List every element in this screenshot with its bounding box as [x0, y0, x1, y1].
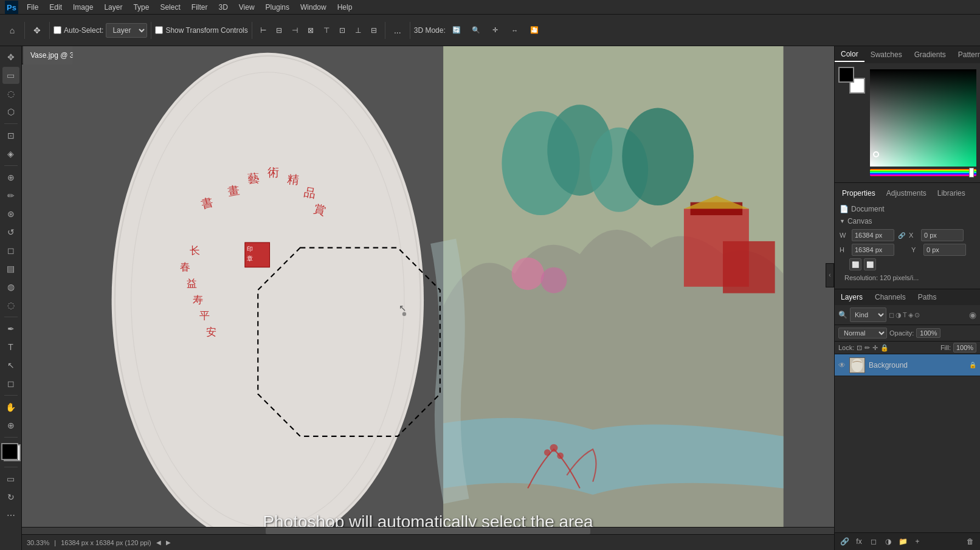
- 3d-btn-3[interactable]: ✛: [487, 22, 504, 39]
- hue-bar[interactable]: [870, 169, 976, 176]
- layer-item[interactable]: 👁 Background 🔒: [835, 354, 980, 376]
- more-btn[interactable]: ...: [389, 22, 406, 39]
- align-center-h-btn[interactable]: ⊟: [272, 23, 286, 38]
- eyedropper-tool[interactable]: ◈: [2, 145, 19, 162]
- canvas-nav-next[interactable]: ▶: [166, 539, 171, 546]
- type-tool[interactable]: T: [2, 339, 19, 356]
- auto-select-checkbox[interactable]: [53, 26, 61, 34]
- tab-color[interactable]: Color: [835, 47, 864, 62]
- 3d-btn-1[interactable]: 🔄: [448, 22, 465, 39]
- menu-window[interactable]: Window: [295, 2, 331, 13]
- shape-tool[interactable]: ◻: [2, 375, 19, 392]
- move-tool-btn[interactable]: ✥: [29, 22, 46, 39]
- move-tool[interactable]: ✥: [2, 49, 19, 66]
- transform-checkbox[interactable]: [155, 26, 163, 34]
- tab-libraries[interactable]: Libraries: [933, 187, 970, 199]
- pen-tool[interactable]: ✒: [2, 320, 19, 337]
- menu-file[interactable]: File: [22, 2, 43, 13]
- menu-3d[interactable]: 3D: [213, 2, 232, 13]
- layer-visibility-icon[interactable]: 👁: [838, 361, 846, 370]
- select-tool[interactable]: ▭: [2, 67, 19, 84]
- 3d-btn-2[interactable]: 🔍: [468, 22, 485, 39]
- align-spread-h-btn[interactable]: ⊠: [303, 23, 318, 38]
- 3d-btn-4[interactable]: ↔: [506, 22, 523, 39]
- tab-swatches[interactable]: Swatches: [864, 48, 908, 61]
- tab-paths[interactable]: Paths: [912, 290, 943, 304]
- lock-artboard-icon[interactable]: ✛: [872, 344, 878, 352]
- rotate-view-btn[interactable]: ↻: [2, 489, 19, 506]
- zoom-tool[interactable]: ⊕: [2, 417, 19, 434]
- eraser-tool[interactable]: ◻: [2, 242, 19, 259]
- home-button[interactable]: ⌂: [4, 22, 21, 39]
- new-group-btn[interactable]: 📁: [897, 535, 909, 548]
- menu-select[interactable]: Select: [155, 2, 185, 13]
- align-center-v-btn[interactable]: ⊡: [335, 23, 350, 38]
- path-select-tool[interactable]: ↖: [2, 357, 19, 374]
- filter-type-icon[interactable]: T: [903, 311, 907, 318]
- new-layer-btn[interactable]: +: [911, 535, 923, 548]
- align-spread-v-btn[interactable]: ⊟: [367, 23, 381, 38]
- fg-color-swatch[interactable]: [838, 67, 854, 83]
- gradient-tool[interactable]: ▤: [2, 260, 19, 277]
- menu-edit[interactable]: Edit: [44, 2, 67, 13]
- filter-shape-icon[interactable]: ◈: [908, 311, 913, 319]
- tab-gradients[interactable]: Gradients: [908, 48, 952, 61]
- blur-tool[interactable]: ◍: [2, 278, 19, 295]
- fg-bg-color-swatch[interactable]: [1, 443, 21, 461]
- brush-tool[interactable]: ✏: [2, 187, 19, 204]
- canvas-x-input[interactable]: [921, 229, 964, 241]
- lasso-tool[interactable]: ◌: [2, 85, 19, 102]
- landscape-btn[interactable]: ⬜: [864, 258, 876, 270]
- canvas-y-input[interactable]: [923, 244, 966, 256]
- tab-channels[interactable]: Channels: [869, 290, 912, 304]
- dodge-tool[interactable]: ◌: [2, 297, 19, 314]
- magic-wand-tool[interactable]: ⬡: [2, 103, 19, 120]
- filter-toggle-icon[interactable]: ◉: [969, 310, 976, 320]
- tab-layers[interactable]: Layers: [835, 290, 869, 304]
- h-scrollbar[interactable]: [22, 527, 834, 534]
- menu-filter[interactable]: Filter: [187, 2, 213, 13]
- fill-input[interactable]: 100%: [953, 343, 976, 352]
- screen-mode-btn[interactable]: ▭: [2, 470, 19, 487]
- menu-type[interactable]: Type: [128, 2, 154, 13]
- history-brush-tool[interactable]: ↺: [2, 224, 19, 241]
- align-left-btn[interactable]: ⊢: [256, 23, 271, 38]
- filter-pixel-icon[interactable]: ◻: [889, 311, 894, 319]
- panel-collapse-btn[interactable]: ‹: [826, 263, 834, 287]
- menu-plugins[interactable]: Plugins: [261, 2, 294, 13]
- delete-layer-btn[interactable]: 🗑: [964, 535, 976, 548]
- menu-layer[interactable]: Layer: [99, 2, 127, 13]
- tab-properties[interactable]: Properties: [837, 187, 880, 199]
- canvas-width-input[interactable]: [852, 229, 894, 241]
- add-mask-btn[interactable]: ◻: [868, 535, 880, 548]
- canvas-section-title[interactable]: ▼ Canvas: [840, 217, 975, 225]
- portrait-btn[interactable]: ⬜: [849, 258, 861, 270]
- tab-adjustments[interactable]: Adjustments: [882, 187, 931, 199]
- layers-filter-dropdown[interactable]: Kind Name Effect Mode: [850, 308, 886, 322]
- lock-pixels-icon[interactable]: ⊡: [857, 344, 862, 352]
- lock-all-icon[interactable]: 🔒: [880, 344, 889, 352]
- filter-adj-icon[interactable]: ◑: [895, 311, 902, 319]
- 3d-btn-5[interactable]: 🎦: [526, 22, 543, 39]
- layer-fx-btn[interactable]: fx: [853, 535, 865, 548]
- opacity-input[interactable]: 100%: [916, 328, 940, 338]
- lock-position-icon[interactable]: ✏: [864, 344, 870, 352]
- align-bottom-btn[interactable]: ⊥: [351, 23, 365, 38]
- menu-help[interactable]: Help: [333, 2, 357, 13]
- canvas-height-input[interactable]: [852, 244, 894, 256]
- align-top-btn[interactable]: ⊤: [319, 23, 334, 38]
- hand-tool[interactable]: ✋: [2, 399, 19, 416]
- auto-select-dropdown[interactable]: Layer Group: [106, 23, 147, 38]
- menu-view[interactable]: View: [234, 2, 260, 13]
- clone-tool[interactable]: ⊛: [2, 205, 19, 222]
- tab-patterns[interactable]: Patterns: [952, 48, 980, 61]
- edit-toolbar-btn[interactable]: ⋯: [2, 507, 19, 524]
- foreground-color-swatch[interactable]: [1, 443, 18, 460]
- link-layers-btn[interactable]: 🔗: [838, 535, 851, 548]
- layers-mode-dropdown[interactable]: Normal Multiply Screen Overlay: [838, 328, 887, 339]
- healing-tool[interactable]: ⊕: [2, 169, 19, 186]
- align-right-btn[interactable]: ⊣: [288, 23, 302, 38]
- crop-tool[interactable]: ⊡: [2, 127, 19, 144]
- menu-image[interactable]: Image: [68, 2, 98, 13]
- color-gradient[interactable]: [870, 69, 976, 167]
